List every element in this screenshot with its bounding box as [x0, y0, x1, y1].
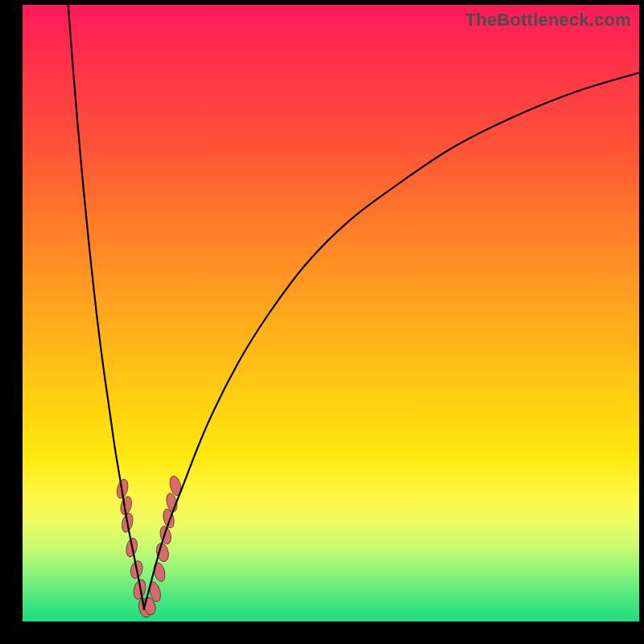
right-curve — [144, 72, 639, 609]
plot-area: TheBottleneck.com — [23, 5, 639, 621]
marker-blobs — [115, 475, 183, 619]
chart-frame: TheBottleneck.com — [0, 0, 644, 644]
chart-svg — [23, 5, 639, 621]
